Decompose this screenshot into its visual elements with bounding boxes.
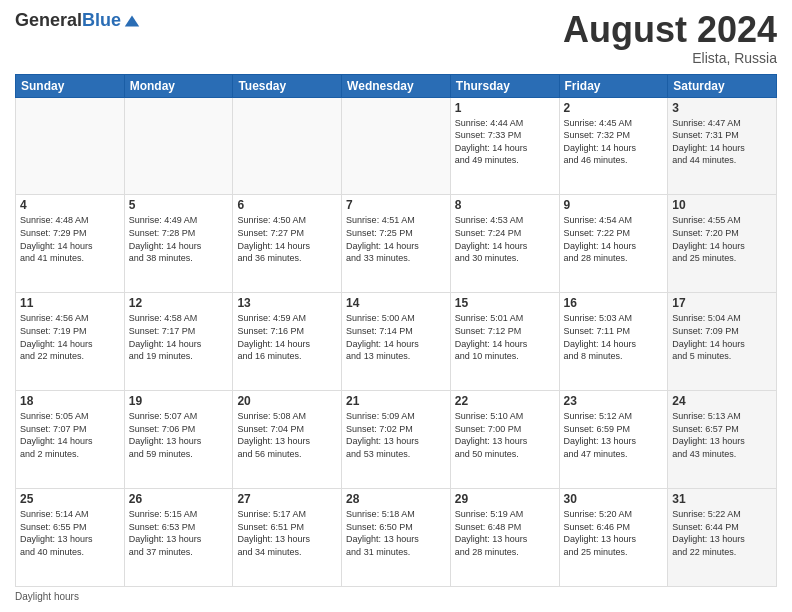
table-row [124,97,233,195]
day-number: 5 [129,198,229,212]
logo: GeneralBlue [15,10,141,31]
table-row: 7Sunrise: 4:51 AMSunset: 7:25 PMDaylight… [342,195,451,293]
table-row: 4Sunrise: 4:48 AMSunset: 7:29 PMDaylight… [16,195,125,293]
day-info: Sunrise: 4:53 AMSunset: 7:24 PMDaylight:… [455,214,555,264]
header-monday: Monday [124,74,233,97]
title-area: August 2024 Elista, Russia [563,10,777,66]
day-number: 30 [564,492,664,506]
day-info: Sunrise: 4:49 AMSunset: 7:28 PMDaylight:… [129,214,229,264]
table-row: 5Sunrise: 4:49 AMSunset: 7:28 PMDaylight… [124,195,233,293]
location: Elista, Russia [563,50,777,66]
day-number: 17 [672,296,772,310]
day-number: 9 [564,198,664,212]
day-number: 25 [20,492,120,506]
day-info: Sunrise: 4:54 AMSunset: 7:22 PMDaylight:… [564,214,664,264]
header-wednesday: Wednesday [342,74,451,97]
day-info: Sunrise: 5:20 AMSunset: 6:46 PMDaylight:… [564,508,664,558]
table-row: 27Sunrise: 5:17 AMSunset: 6:51 PMDayligh… [233,489,342,587]
calendar-week-2: 4Sunrise: 4:48 AMSunset: 7:29 PMDaylight… [16,195,777,293]
day-number: 10 [672,198,772,212]
month-title: August 2024 [563,10,777,50]
table-row: 26Sunrise: 5:15 AMSunset: 6:53 PMDayligh… [124,489,233,587]
day-number: 22 [455,394,555,408]
day-number: 16 [564,296,664,310]
day-info: Sunrise: 4:44 AMSunset: 7:33 PMDaylight:… [455,117,555,167]
table-row: 28Sunrise: 5:18 AMSunset: 6:50 PMDayligh… [342,489,451,587]
table-row: 3Sunrise: 4:47 AMSunset: 7:31 PMDaylight… [668,97,777,195]
day-number: 13 [237,296,337,310]
table-row: 17Sunrise: 5:04 AMSunset: 7:09 PMDayligh… [668,293,777,391]
logo-icon [123,12,141,30]
header-sunday: Sunday [16,74,125,97]
header-thursday: Thursday [450,74,559,97]
day-number: 18 [20,394,120,408]
table-row [16,97,125,195]
header-tuesday: Tuesday [233,74,342,97]
header: GeneralBlue August 2024 Elista, Russia [15,10,777,66]
table-row: 1Sunrise: 4:44 AMSunset: 7:33 PMDaylight… [450,97,559,195]
header-saturday: Saturday [668,74,777,97]
day-number: 12 [129,296,229,310]
table-row: 8Sunrise: 4:53 AMSunset: 7:24 PMDaylight… [450,195,559,293]
day-info: Sunrise: 5:09 AMSunset: 7:02 PMDaylight:… [346,410,446,460]
day-number: 20 [237,394,337,408]
table-row: 2Sunrise: 4:45 AMSunset: 7:32 PMDaylight… [559,97,668,195]
day-info: Sunrise: 5:15 AMSunset: 6:53 PMDaylight:… [129,508,229,558]
day-info: Sunrise: 4:45 AMSunset: 7:32 PMDaylight:… [564,117,664,167]
table-row: 9Sunrise: 4:54 AMSunset: 7:22 PMDaylight… [559,195,668,293]
day-info: Sunrise: 5:00 AMSunset: 7:14 PMDaylight:… [346,312,446,362]
day-number: 4 [20,198,120,212]
day-info: Sunrise: 5:08 AMSunset: 7:04 PMDaylight:… [237,410,337,460]
table-row: 18Sunrise: 5:05 AMSunset: 7:07 PMDayligh… [16,391,125,489]
day-info: Sunrise: 5:18 AMSunset: 6:50 PMDaylight:… [346,508,446,558]
footer-note: Daylight hours [15,591,777,602]
day-number: 21 [346,394,446,408]
day-info: Sunrise: 4:50 AMSunset: 7:27 PMDaylight:… [237,214,337,264]
day-number: 7 [346,198,446,212]
table-row: 25Sunrise: 5:14 AMSunset: 6:55 PMDayligh… [16,489,125,587]
day-info: Sunrise: 5:07 AMSunset: 7:06 PMDaylight:… [129,410,229,460]
calendar-week-1: 1Sunrise: 4:44 AMSunset: 7:33 PMDaylight… [16,97,777,195]
day-info: Sunrise: 5:03 AMSunset: 7:11 PMDaylight:… [564,312,664,362]
calendar-header-row: Sunday Monday Tuesday Wednesday Thursday… [16,74,777,97]
day-number: 23 [564,394,664,408]
table-row: 24Sunrise: 5:13 AMSunset: 6:57 PMDayligh… [668,391,777,489]
calendar-week-5: 25Sunrise: 5:14 AMSunset: 6:55 PMDayligh… [16,489,777,587]
table-row: 15Sunrise: 5:01 AMSunset: 7:12 PMDayligh… [450,293,559,391]
logo-blue-text: Blue [82,10,121,31]
day-number: 15 [455,296,555,310]
day-info: Sunrise: 4:51 AMSunset: 7:25 PMDaylight:… [346,214,446,264]
table-row: 31Sunrise: 5:22 AMSunset: 6:44 PMDayligh… [668,489,777,587]
logo-text: GeneralBlue [15,10,141,31]
calendar-week-3: 11Sunrise: 4:56 AMSunset: 7:19 PMDayligh… [16,293,777,391]
day-info: Sunrise: 4:48 AMSunset: 7:29 PMDaylight:… [20,214,120,264]
table-row: 13Sunrise: 4:59 AMSunset: 7:16 PMDayligh… [233,293,342,391]
day-info: Sunrise: 5:05 AMSunset: 7:07 PMDaylight:… [20,410,120,460]
day-info: Sunrise: 4:47 AMSunset: 7:31 PMDaylight:… [672,117,772,167]
day-number: 19 [129,394,229,408]
day-info: Sunrise: 4:55 AMSunset: 7:20 PMDaylight:… [672,214,772,264]
table-row: 23Sunrise: 5:12 AMSunset: 6:59 PMDayligh… [559,391,668,489]
day-info: Sunrise: 4:59 AMSunset: 7:16 PMDaylight:… [237,312,337,362]
day-number: 11 [20,296,120,310]
day-number: 26 [129,492,229,506]
day-number: 8 [455,198,555,212]
table-row: 11Sunrise: 4:56 AMSunset: 7:19 PMDayligh… [16,293,125,391]
table-row: 30Sunrise: 5:20 AMSunset: 6:46 PMDayligh… [559,489,668,587]
day-info: Sunrise: 4:56 AMSunset: 7:19 PMDaylight:… [20,312,120,362]
table-row [342,97,451,195]
day-number: 14 [346,296,446,310]
day-info: Sunrise: 5:14 AMSunset: 6:55 PMDaylight:… [20,508,120,558]
table-row: 19Sunrise: 5:07 AMSunset: 7:06 PMDayligh… [124,391,233,489]
calendar-week-4: 18Sunrise: 5:05 AMSunset: 7:07 PMDayligh… [16,391,777,489]
day-number: 6 [237,198,337,212]
calendar-table: Sunday Monday Tuesday Wednesday Thursday… [15,74,777,587]
table-row: 22Sunrise: 5:10 AMSunset: 7:00 PMDayligh… [450,391,559,489]
day-info: Sunrise: 5:19 AMSunset: 6:48 PMDaylight:… [455,508,555,558]
table-row: 12Sunrise: 4:58 AMSunset: 7:17 PMDayligh… [124,293,233,391]
day-number: 31 [672,492,772,506]
day-number: 27 [237,492,337,506]
table-row: 20Sunrise: 5:08 AMSunset: 7:04 PMDayligh… [233,391,342,489]
day-number: 1 [455,101,555,115]
header-friday: Friday [559,74,668,97]
